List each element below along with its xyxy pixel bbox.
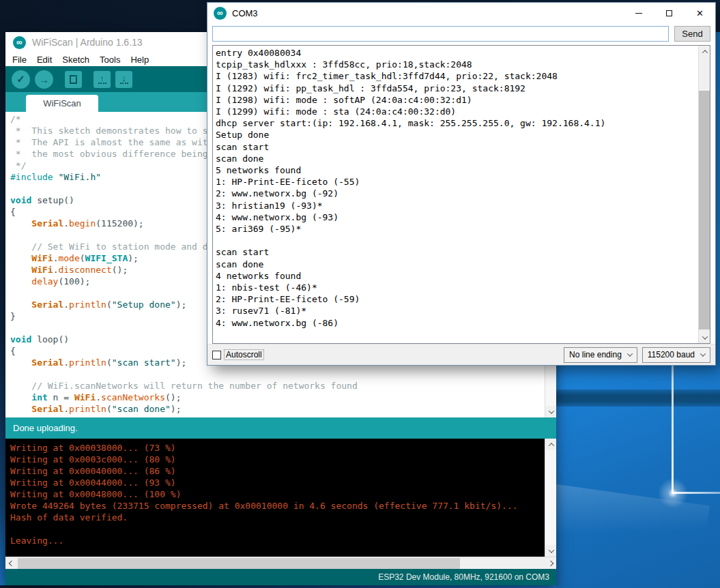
menu-sketch[interactable]: Sketch xyxy=(62,55,89,65)
status-message: Done uploading. xyxy=(13,423,78,433)
serial-scroll-down-button[interactable] xyxy=(699,332,710,343)
serial-output-text: entry 0x40080034tcpip_task_hdlxxx : 3ffd… xyxy=(213,46,710,344)
close-button[interactable]: ✕ xyxy=(685,3,715,23)
serial-monitor-window: ∞ COM3 ✕ Send entry 0x40080034tcpip_task… xyxy=(207,2,716,366)
console-scroll-up-button[interactable] xyxy=(545,439,556,450)
menu-tools[interactable]: Tools xyxy=(100,55,120,65)
send-button[interactable]: Send xyxy=(674,26,710,42)
console-vertical-scrollbar[interactable] xyxy=(545,439,556,557)
serial-input[interactable] xyxy=(212,26,669,42)
wallpaper-light-horizontal-line xyxy=(672,492,720,494)
ide-board-statusbar: ESP32 Dev Module, 80MHz, 921600 on COM3 xyxy=(5,569,556,585)
baud-rate-dropdown[interactable]: 115200 baud xyxy=(642,347,710,363)
tab-wifiscan[interactable]: WiFiScan xyxy=(26,95,98,112)
chevron-right-icon xyxy=(547,560,553,565)
desktop-left-strip xyxy=(0,32,5,588)
chevron-down-icon xyxy=(702,334,707,339)
board-status-text: ESP32 Dev Module, 80MHz, 921600 on COM3 xyxy=(378,572,549,582)
chevron-down-icon xyxy=(627,351,633,356)
menu-file[interactable]: File xyxy=(12,55,27,65)
scroll-left-button[interactable] xyxy=(5,557,17,569)
console-scroll-down-button[interactable] xyxy=(545,545,556,557)
upload-arrow-icon: → xyxy=(39,74,49,85)
line-ending-value: No line ending xyxy=(569,350,622,359)
maximize-button[interactable] xyxy=(654,3,685,23)
chevron-down-icon xyxy=(700,351,706,356)
chevron-up-icon xyxy=(702,50,707,55)
scroll-right-button[interactable] xyxy=(545,557,556,569)
save-button[interactable]: ↓ xyxy=(115,71,132,88)
serial-scroll-thumb[interactable] xyxy=(699,91,710,329)
serial-window-title: COM3 xyxy=(232,8,623,18)
minimize-button[interactable] xyxy=(623,3,654,23)
ide-console: Writing at 0x00038000... (73 %)Writing a… xyxy=(5,439,556,557)
ide-status-message-bar: Done uploading. xyxy=(5,417,556,439)
arduino-logo-icon: ∞ xyxy=(214,7,227,20)
chevron-down-icon xyxy=(548,547,553,553)
save-arrow-down-icon: ↓ xyxy=(121,74,126,82)
new-sketch-document-icon xyxy=(70,75,77,84)
menu-edit[interactable]: Edit xyxy=(37,55,52,65)
serial-input-row: Send xyxy=(212,26,710,42)
wallpaper-dark-stripe xyxy=(556,389,720,407)
autoscroll-label: Autoscroll xyxy=(225,350,263,359)
autoscroll-checkbox[interactable] xyxy=(212,351,221,359)
chevron-left-icon xyxy=(8,560,14,565)
serial-bottom-bar: Autoscroll No line ending 115200 baud xyxy=(207,344,715,365)
window-controls: ✕ xyxy=(623,3,715,23)
serial-vertical-scrollbar[interactable] xyxy=(698,46,710,343)
serial-output-area: entry 0x40080034tcpip_task_hdlxxx : 3ffd… xyxy=(212,45,710,344)
serial-scroll-up-button[interactable] xyxy=(699,46,710,57)
verify-button[interactable]: ✓ xyxy=(12,70,30,89)
autoscroll-control[interactable]: Autoscroll xyxy=(212,350,263,359)
maximize-icon xyxy=(666,10,672,16)
horizontal-scroll-thumb[interactable] xyxy=(18,558,460,569)
editor-scroll-down-button[interactable] xyxy=(545,406,556,417)
chevron-down-icon xyxy=(548,408,553,413)
console-horizontal-scrollbar[interactable] xyxy=(5,557,556,569)
console-output: Writing at 0x00038000... (73 %)Writing a… xyxy=(5,439,556,546)
arduino-logo-icon: ∞ xyxy=(13,36,26,49)
verify-check-icon: ✓ xyxy=(16,73,25,85)
minimize-icon xyxy=(635,13,642,14)
menu-help[interactable]: Help xyxy=(130,55,149,65)
upload-button[interactable]: → xyxy=(35,70,53,89)
open-arrow-up-icon: ↑ xyxy=(100,74,104,82)
open-button[interactable]: ↑ xyxy=(93,71,111,88)
chevron-up-icon xyxy=(548,443,553,448)
ide-window-title: WiFiScan | Arduino 1.6.13 xyxy=(32,37,143,48)
baud-rate-value: 115200 baud xyxy=(648,350,695,359)
line-ending-dropdown[interactable]: No line ending xyxy=(564,347,637,363)
new-sketch-button[interactable] xyxy=(65,71,82,88)
close-icon: ✕ xyxy=(696,8,704,18)
serial-titlebar[interactable]: ∞ COM3 ✕ xyxy=(207,3,715,23)
desktop-bottom-strip xyxy=(0,585,556,588)
